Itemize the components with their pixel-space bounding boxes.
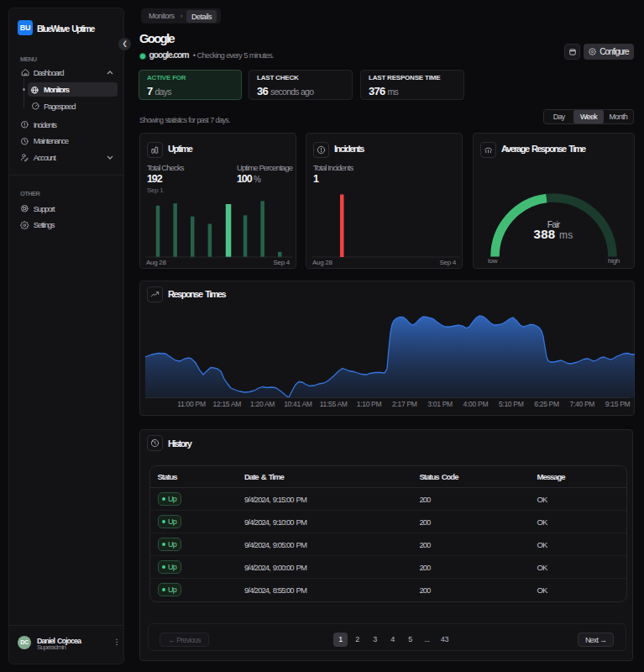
svg-text:5:10 PM: 5:10 PM <box>499 400 524 408</box>
svg-text:1:10 PM: 1:10 PM <box>357 400 382 408</box>
svg-text:11:55 AM: 11:55 AM <box>320 400 348 408</box>
svg-text:2:17 PM: 2:17 PM <box>392 400 417 408</box>
svg-text:1:20 AM: 1:20 AM <box>250 400 275 408</box>
svg-text:7:40 PM: 7:40 PM <box>570 400 595 408</box>
svg-text:9:15 PM: 9:15 PM <box>605 400 631 408</box>
svg-text:12:15 AM: 12:15 AM <box>213 400 242 408</box>
svg-text:10:41 AM: 10:41 AM <box>284 400 312 408</box>
svg-text:4:00 PM: 4:00 PM <box>463 400 489 408</box>
svg-text:6:25 PM: 6:25 PM <box>534 400 559 408</box>
svg-text:3:01 PM: 3:01 PM <box>427 400 453 408</box>
svg-text:11:00 PM: 11:00 PM <box>177 400 206 408</box>
